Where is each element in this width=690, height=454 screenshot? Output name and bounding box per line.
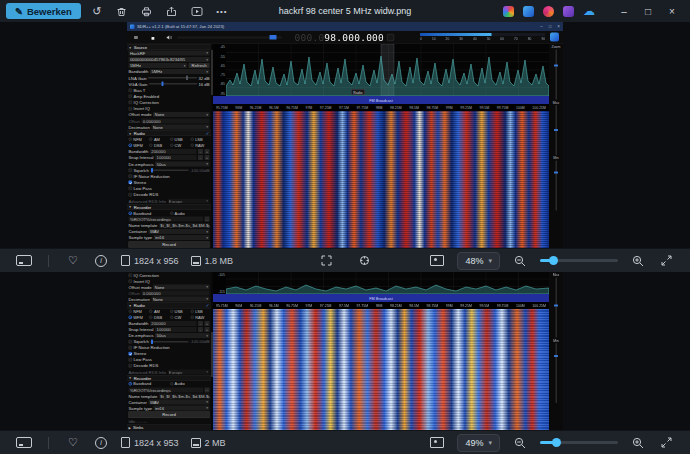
recorder-mode-audio[interactable]: Audio bbox=[170, 211, 210, 216]
vga-slider-handle[interactable] bbox=[161, 82, 163, 87]
zoom-slider[interactable] bbox=[540, 259, 618, 262]
sample-type-select[interactable]: int16▾ bbox=[154, 235, 210, 240]
snap-interval-input[interactable]: 100000 bbox=[155, 155, 196, 160]
mode-wfm[interactable]: WFM bbox=[129, 143, 148, 148]
tuning-mode-icon[interactable] bbox=[387, 34, 394, 41]
photo-image-1[interactable]: SDR++ v1.2.1 (Built at 15:47:37, Jan 24 … bbox=[127, 22, 563, 248]
volume-icon[interactable] bbox=[165, 31, 173, 44]
max-slider-handle[interactable] bbox=[554, 305, 558, 307]
record-button[interactable]: Record bbox=[129, 412, 210, 418]
zoom-slider[interactable] bbox=[555, 50, 557, 100]
fit-window-button[interactable] bbox=[429, 253, 445, 269]
refresh-button[interactable]: Refresh bbox=[189, 63, 210, 68]
mode-nfm[interactable]: NFM bbox=[129, 137, 148, 142]
browse-button[interactable]: ... bbox=[205, 387, 210, 392]
info-button[interactable]: i bbox=[93, 253, 109, 269]
minus-stepper[interactable]: - bbox=[198, 149, 203, 154]
waterfall[interactable] bbox=[213, 309, 549, 430]
mode-lsb[interactable]: LSB bbox=[190, 309, 209, 314]
zoom-in-button[interactable] bbox=[630, 253, 646, 269]
favorite-button[interactable]: ♡ bbox=[65, 253, 81, 269]
wallet-icon[interactable] bbox=[563, 6, 574, 17]
offset-input[interactable]: 0.000000 bbox=[141, 118, 209, 123]
mode-nfm[interactable]: NFM bbox=[129, 309, 148, 314]
min-slider[interactable] bbox=[555, 161, 557, 211]
container-select[interactable]: WAV▾ bbox=[148, 229, 209, 234]
visual-search-icon[interactable] bbox=[523, 6, 534, 17]
serial-select[interactable]: 0000000000457863c8234f35▾ bbox=[129, 57, 210, 62]
mode-raw[interactable]: RAW bbox=[190, 315, 209, 320]
deemphasis-select[interactable]: 50us▾ bbox=[155, 333, 209, 338]
plus-stepper[interactable]: + bbox=[205, 155, 210, 160]
decimation-select[interactable]: None▾ bbox=[151, 125, 209, 130]
mode-dsb[interactable]: DSB bbox=[149, 143, 168, 148]
mode-wfm[interactable]: WFM bbox=[129, 315, 148, 320]
squelch-checkbox[interactable] bbox=[129, 168, 133, 172]
squelch-handle[interactable] bbox=[151, 339, 153, 344]
share-button[interactable] bbox=[163, 3, 181, 19]
zoom-level-dropdown[interactable]: 49%▾ bbox=[457, 434, 500, 452]
rds-info-select[interactable]: Europe▾ bbox=[167, 198, 209, 203]
rotate-button[interactable]: ↺ bbox=[88, 3, 106, 19]
close-button[interactable]: × bbox=[660, 2, 684, 20]
recording-path-input[interactable]: %ROOT%/recordings bbox=[129, 217, 204, 222]
mode-dsb[interactable]: DSB bbox=[149, 315, 168, 320]
max-slider[interactable] bbox=[555, 278, 557, 338]
browse-button[interactable]: ... bbox=[205, 217, 210, 222]
deemphasis-select[interactable]: 50us▾ bbox=[155, 161, 209, 166]
slideshow-button[interactable] bbox=[188, 3, 206, 19]
zoom-out-button[interactable] bbox=[512, 253, 528, 269]
recorder-mode-baseband[interactable]: Baseband bbox=[129, 211, 169, 216]
fft-spectrum[interactable] bbox=[226, 44, 549, 96]
frequency-display[interactable]: 000.098.000.000 bbox=[295, 32, 385, 43]
sidebar-scrollbar[interactable] bbox=[211, 44, 213, 248]
recorder-mode-audio[interactable]: Audio bbox=[170, 382, 210, 387]
rds-info-select[interactable]: Europe▾ bbox=[167, 369, 209, 374]
zoom-slider-handle[interactable] bbox=[552, 438, 561, 447]
zoom-slider-handle[interactable] bbox=[554, 65, 558, 67]
squelch-slider[interactable] bbox=[150, 169, 188, 171]
mode-cw[interactable]: CW bbox=[170, 143, 189, 148]
volume-slider[interactable] bbox=[177, 37, 282, 39]
record-button[interactable]: Record bbox=[129, 241, 210, 247]
zoom-fit-button[interactable] bbox=[318, 253, 334, 269]
min-slider-handle[interactable] bbox=[554, 172, 558, 174]
samplerate-select[interactable]: 5MHz▾ bbox=[129, 63, 188, 68]
fft-spectrum[interactable] bbox=[226, 272, 549, 294]
mode-am[interactable]: AM bbox=[149, 309, 168, 314]
zoom-out-button[interactable] bbox=[512, 435, 528, 451]
onedrive-icon[interactable]: ☁ bbox=[583, 6, 595, 17]
filmstrip-toggle-button[interactable] bbox=[16, 253, 32, 269]
offset-mode-select[interactable]: None▾ bbox=[153, 285, 209, 290]
squelch-slider[interactable] bbox=[150, 341, 188, 343]
offset-mode-select[interactable]: None▾ bbox=[153, 112, 209, 117]
minus-stepper[interactable]: - bbox=[198, 155, 203, 160]
zoom-level-dropdown[interactable]: 48%▾ bbox=[457, 252, 500, 270]
device-select[interactable]: HackRF▾ bbox=[129, 51, 210, 56]
designer-icon[interactable] bbox=[503, 6, 514, 17]
bandwidth-select[interactable]: 5MHz▾ bbox=[150, 69, 210, 74]
recording-path-input[interactable]: %ROOT%/recordings bbox=[129, 387, 204, 392]
mode-usb[interactable]: USB bbox=[170, 137, 189, 142]
filmstrip-toggle-button[interactable] bbox=[16, 435, 32, 451]
mode-am[interactable]: AM bbox=[149, 137, 168, 142]
print-button[interactable] bbox=[138, 3, 156, 19]
decimation-select[interactable]: None▾ bbox=[151, 297, 209, 302]
plus-stepper[interactable]: + bbox=[205, 321, 210, 326]
zoom-in-button[interactable] bbox=[630, 435, 646, 451]
fit-window-button[interactable] bbox=[429, 435, 445, 451]
stop-icon[interactable]: ■ bbox=[148, 31, 158, 44]
offset-input[interactable]: 0.000000 bbox=[141, 291, 209, 296]
mode-usb[interactable]: USB bbox=[170, 309, 189, 314]
menu-icon[interactable]: ≡ bbox=[131, 31, 141, 44]
snap-interval-input[interactable]: 100000 bbox=[155, 327, 196, 332]
squelch-checkbox[interactable] bbox=[129, 340, 133, 344]
scrollbar-thumb[interactable] bbox=[211, 332, 213, 377]
edit-button[interactable]: ✎ Bewerken bbox=[6, 3, 81, 19]
sample-type-select[interactable]: int16▾ bbox=[154, 406, 210, 411]
squelch-handle[interactable] bbox=[151, 168, 153, 173]
plus-stepper[interactable]: + bbox=[205, 327, 210, 332]
actual-size-button[interactable] bbox=[356, 253, 372, 269]
lna-slider-handle[interactable] bbox=[186, 76, 188, 81]
clipchamp-icon[interactable] bbox=[543, 6, 554, 17]
